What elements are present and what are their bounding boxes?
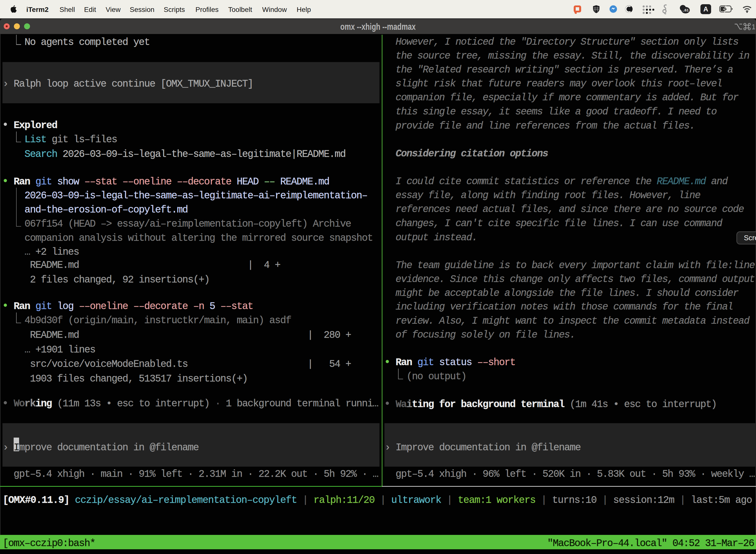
svg-text:1: 1: [752, 22, 755, 31]
svg-text:..61: ..61: [682, 8, 689, 12]
